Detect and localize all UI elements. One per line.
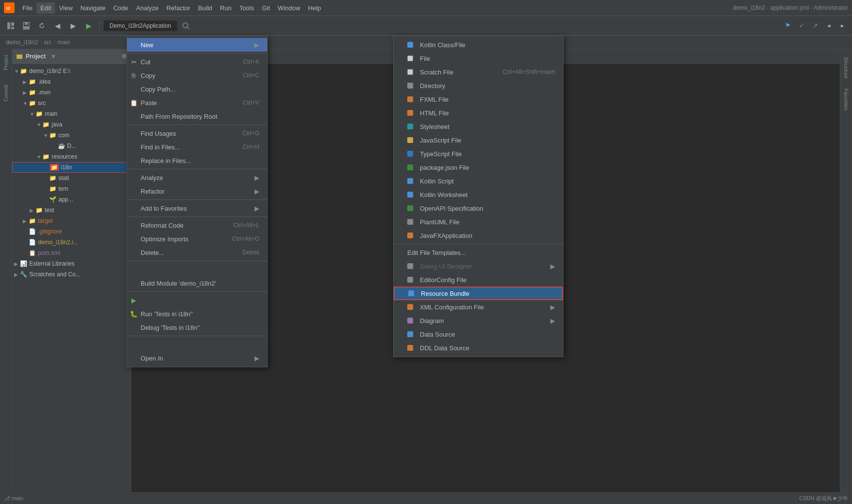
breadcrumb-src[interactable]: src (44, 39, 52, 46)
menu-item-openin[interactable] (127, 338, 267, 351)
menu-code[interactable]: Code (109, 2, 132, 14)
toolbar-forward-btn[interactable]: ▶ (66, 19, 80, 33)
menu-item-optimizeimports[interactable]: Optimize Imports Ctrl+Alt+O (127, 232, 267, 246)
panel-dropdown-icon[interactable]: ▼ (51, 53, 56, 60)
toolbar-arrow-btn[interactable]: ↗ (809, 20, 821, 32)
submenu-item-editfiletemplates[interactable]: Edit File Templates... (394, 246, 563, 259)
menu-item-replaceinfiles[interactable]: Replace in Files... (127, 154, 267, 167)
submenu-item-ddl[interactable]: DDL Data Source (394, 341, 563, 355)
menu-analyze[interactable]: Analyze (132, 2, 163, 14)
menu-edit[interactable]: Edit (36, 2, 55, 14)
submenu-item-kotlin-class[interactable]: Kotlin Class/File (394, 38, 563, 52)
submenu-item-scratch[interactable]: Scratch File Ctrl+Alt+Shift+Insert (394, 65, 563, 79)
toolbar-search-btn[interactable] (179, 19, 193, 33)
right-tab-structure[interactable]: Structure (842, 53, 850, 83)
tree-item-scratches[interactable]: ▶ 🔧 Scratches and Co... (12, 269, 131, 280)
tree-item-app[interactable]: 🌱 app... (12, 194, 131, 205)
tree-item-com[interactable]: ▼ 📁 com (12, 130, 131, 141)
menu-item-rebuild[interactable]: Build Module 'demo_i18n2' (127, 276, 267, 290)
menu-item-delete[interactable]: Delete... Delete (127, 246, 267, 259)
submenu-item-resourcebundle[interactable]: Resource Bundle (394, 287, 563, 300)
tree-item-d[interactable]: ☕ D... (12, 141, 131, 151)
submenu-item-datasource[interactable]: Data Source (394, 327, 563, 341)
menu-item-addtofavorites[interactable]: Add to Favorites ▶ (127, 201, 267, 215)
right-tab-favorites[interactable]: Favorites (842, 85, 850, 114)
submenu-item-kotlin-worksheet[interactable]: Kotlin Worksheet (394, 188, 563, 201)
menu-file[interactable]: File (18, 2, 36, 14)
submenu-item-kotlin-script[interactable]: Kotlin Script (394, 174, 563, 188)
submenu-item-xmlconfig[interactable]: XML Configuration File ▶ (394, 300, 563, 314)
tree-item-root[interactable]: ▼ 📁 demo_i18n2 E:\ (12, 66, 131, 76)
left-icon-commit[interactable]: Commit (0, 83, 11, 103)
menu-item-copy[interactable]: ⎘ Copy Ctrl+C (127, 69, 267, 82)
menu-window[interactable]: Window (274, 2, 304, 14)
tree-item-stati[interactable]: 📁 stati (12, 173, 131, 183)
submenu-item-swingui[interactable]: Swing UI Designer ▶ (394, 259, 563, 273)
tree-item-ext-libs[interactable]: ▶ 📊 External Libraries (12, 258, 131, 269)
menu-navigate[interactable]: Navigate (76, 2, 109, 14)
submenu-item-stylesheet[interactable]: Stylesheet (394, 120, 563, 133)
menu-help[interactable]: Help (304, 2, 325, 14)
tree-item-src[interactable]: ▼ 📁 src (12, 98, 131, 108)
tree-item-pom[interactable]: 📋 pom.xml (12, 248, 131, 258)
submenu-item-plantuml[interactable]: PlantUML File (394, 215, 563, 229)
submenu-item-ts[interactable]: TypeScript File (394, 147, 563, 161)
submenu-item-diagram[interactable]: Diagram ▶ (394, 314, 563, 327)
tree-item-test[interactable]: ▶ 📁 test (12, 205, 131, 216)
toolbar-bookmark-btn[interactable]: ⚑ (782, 20, 794, 32)
toolbar-check-btn[interactable]: ✓ (796, 20, 807, 32)
submenu-item-directory[interactable]: Directory (394, 79, 563, 92)
tree-item-mvn[interactable]: ▶ 📁 .mvn (12, 87, 131, 98)
menu-item-reformatcode[interactable]: Reformat Code Ctrl+Alt+L (127, 218, 267, 232)
submenu-item-openapi[interactable]: OpenAPI Specification (394, 201, 563, 215)
breadcrumb-demo[interactable]: demo_i18n2 (6, 39, 38, 46)
tree-item-main[interactable]: ▼ 📁 main (12, 108, 131, 119)
menu-refactor[interactable]: Refactor (163, 2, 194, 14)
menu-item-findinfiles[interactable]: Find in Files... Ctrl+H (127, 140, 267, 154)
tree-item-resources[interactable]: ▼ 📁 resources (12, 151, 131, 162)
menu-item-localhistory[interactable]: Open In ▶ (127, 351, 267, 365)
menu-item-run[interactable]: ▶ (127, 293, 267, 307)
toolbar-pin2-btn[interactable]: ▸ (836, 20, 848, 32)
submenu-item-js[interactable]: JavaScript File (394, 133, 563, 147)
submenu-item-html[interactable]: HTML File (394, 106, 563, 120)
menu-run[interactable]: Run (216, 2, 236, 14)
menu-item-paste[interactable]: 📋 Paste Ctrl+V (127, 96, 267, 109)
submenu-item-packagejson[interactable]: package.json File (394, 161, 563, 174)
status-branch[interactable]: ⎇ main (4, 495, 23, 502)
tree-item-target[interactable]: ▶ 📁 target (12, 216, 131, 226)
menu-git[interactable]: Git (258, 2, 274, 14)
menu-item-copypath[interactable]: Copy Path... (127, 82, 267, 96)
tree-item-idea[interactable]: ▶ 📁 .idea (12, 76, 131, 87)
tree-item-java[interactable]: ▼ 📁 java (12, 119, 131, 130)
tree-item-demo-iml[interactable]: 📄 demo_i18n2.i... (12, 237, 131, 248)
toolbar-back-btn[interactable]: ◀ (51, 19, 64, 33)
menu-item-analyze[interactable]: Analyze ▶ (127, 171, 267, 184)
toolbar-refresh-btn[interactable] (35, 19, 49, 33)
menu-item-debug[interactable]: 🐛 Run 'Tests in i18n'' (127, 307, 267, 321)
menu-item-cut[interactable]: ✂ Cut Ctrl+X (127, 55, 267, 69)
menu-build[interactable]: Build (194, 2, 216, 14)
menu-view[interactable]: View (55, 2, 76, 14)
submenu-item-editorconfig[interactable]: EditorConfig File (394, 273, 563, 287)
menu-item-pathfromroot[interactable]: Path From Repository Root (127, 109, 267, 123)
menu-item-refactor[interactable]: Refactor ▶ (127, 184, 267, 198)
submenu-item-file[interactable]: File (394, 52, 563, 65)
submenu-item-fxml[interactable]: FXML File (394, 92, 563, 106)
tree-item-tem[interactable]: 📁 tem (12, 183, 131, 194)
menu-item-morerun[interactable]: Debug 'Tests in i18n'' (127, 321, 267, 334)
toolbar-run-green[interactable]: ▶ (82, 19, 95, 33)
tab-app[interactable]: Demo_i18n2Application (104, 20, 177, 31)
breadcrumb-main[interactable]: main (57, 39, 70, 46)
menu-item-buildmodule[interactable] (127, 263, 267, 276)
menu-item-new[interactable]: New ▶ (127, 38, 267, 52)
toolbar-save-btn[interactable] (19, 19, 33, 33)
submenu-item-javafxapp[interactable]: JavaFXApplication (394, 229, 563, 242)
toolbar-project-btn[interactable] (4, 19, 18, 33)
left-icon-project[interactable]: Project (0, 53, 11, 72)
toolbar-pin-btn[interactable]: ◂ (823, 20, 834, 32)
tree-item-i18n[interactable]: 📁 i18n (12, 162, 131, 173)
menu-item-findusages[interactable]: Find Usages Ctrl+G (127, 126, 267, 140)
tree-item-gitignore[interactable]: 📄 .gitignore (12, 226, 131, 237)
menu-tools[interactable]: Tools (236, 2, 258, 14)
